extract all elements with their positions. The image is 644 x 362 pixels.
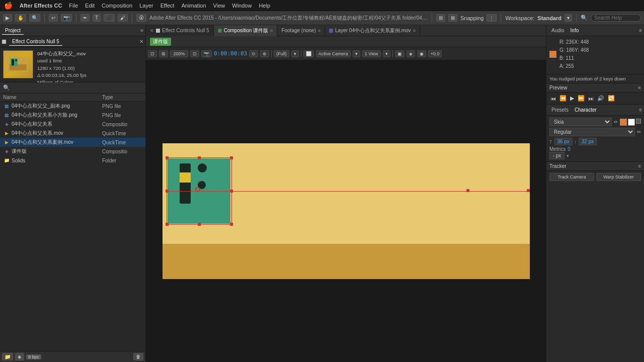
anchor-right-handle[interactable]: [527, 189, 530, 192]
main-layout: Project ≡ Effect Controls Null 5 ✕: [0, 25, 644, 362]
menu-view[interactable]: View: [213, 3, 225, 9]
tab-close-footage[interactable]: ≡: [318, 28, 320, 33]
menu-animation[interactable]: Animation: [182, 3, 206, 9]
new-comp-btn[interactable]: ◈: [15, 353, 24, 360]
file-name: 04中心点和父关系.mov: [12, 130, 102, 137]
menu-edit[interactable]: Edit: [85, 3, 95, 9]
viewer-nudge-btn[interactable]: +0.0: [428, 50, 442, 57]
viewer-cam-btn[interactable]: Active Camera: [316, 50, 351, 57]
menu-file[interactable]: File: [69, 3, 78, 9]
menu-composition[interactable]: Composition: [102, 3, 132, 9]
char-panel-menu[interactable]: ≡: [639, 107, 642, 113]
tab-audio[interactable]: Audio: [548, 27, 568, 34]
preview-last-btn[interactable]: ⏭: [587, 95, 595, 102]
char-kern-dropdown[interactable]: ▾: [567, 153, 569, 158]
breadcrumb-comp[interactable]: 课件版: [150, 38, 171, 46]
tab-info[interactable]: Info: [568, 27, 582, 34]
search-help-input[interactable]: [591, 14, 641, 22]
viewer-resolution-btn[interactable]: (Full): [274, 50, 289, 57]
viewer-views-dropdown[interactable]: ▾: [383, 50, 390, 57]
preview-loop-btn[interactable]: 🔁: [607, 95, 616, 102]
viewer-gl-btn[interactable]: ◈: [407, 50, 415, 57]
effect-controls-close[interactable]: ✕: [139, 39, 143, 44]
tool-pen[interactable]: ✒: [80, 14, 90, 22]
file-item[interactable]: ▩ 04中心点和父父_副本.png PNG file: [0, 102, 145, 111]
viewer-rendopt-btn[interactable]: ⊛: [260, 50, 269, 57]
right-panel-menu[interactable]: ≡: [639, 28, 642, 33]
tab-project[interactable]: Project: [2, 27, 24, 35]
track-camera-btn[interactable]: Track Camera: [549, 173, 594, 181]
char-font-select[interactable]: Skia: [549, 118, 612, 126]
tool-puppet[interactable]: ⦿: [136, 14, 146, 22]
char-swatch-fill[interactable]: [620, 119, 627, 126]
viewer-views-btn[interactable]: 1 View: [362, 50, 381, 57]
comp-tab-footage[interactable]: Footage (none) ≡: [277, 25, 325, 36]
file-item-selected[interactable]: ▶ 04中心点和父关系案例.mov QuickTime: [0, 138, 145, 147]
tool-hand[interactable]: ✋: [15, 14, 26, 22]
viewer-safe-btn[interactable]: ⊞: [159, 50, 168, 57]
tool-text[interactable]: T: [93, 14, 101, 22]
tab-presets[interactable]: Presets: [548, 106, 572, 114]
comp-tab-layer[interactable]: Layer 04中心点和父关系案例.mov ≡: [325, 25, 420, 36]
comp-tab-controls[interactable]: ✕ Effect Controls Null 5: [146, 25, 214, 36]
tab-close-comp[interactable]: ≡: [270, 28, 273, 33]
preview-first-btn[interactable]: ⏮: [549, 95, 557, 102]
viewer-render-btn[interactable]: ▣: [395, 50, 405, 57]
align-center-btn[interactable]: ⊠: [448, 14, 457, 22]
viewer-exposure-btn[interactable]: ◉: [417, 50, 426, 57]
anchor-point[interactable]: [195, 187, 200, 192]
file-item[interactable]: ◈ 04中心点和父关系 Compositio: [0, 120, 145, 129]
viewer-goto-btn[interactable]: ⊙: [249, 50, 258, 57]
align-left-btn[interactable]: ⊞: [436, 14, 445, 22]
preview-play-btn[interactable]: ▶: [569, 95, 575, 102]
new-folder-btn[interactable]: 📁: [2, 353, 13, 360]
char-swatch-stroke[interactable]: [628, 119, 635, 126]
char-style-edit-btn[interactable]: ✏: [637, 129, 641, 135]
file-item[interactable]: ▶ 04中心点和父关系.mov QuickTime: [0, 129, 145, 138]
snapping-btn[interactable]: ⋮: [487, 14, 497, 22]
char-leading-input[interactable]: 32 px: [579, 138, 597, 145]
viewer-mask-btn[interactable]: ⬜: [303, 50, 314, 57]
tool-rotate[interactable]: ↩: [49, 14, 58, 22]
viewer-res-dropdown[interactable]: ▾: [291, 50, 299, 57]
comp-tab-composition[interactable]: Composition 课件版 ≡: [214, 25, 278, 36]
viewer-fit-btn[interactable]: ⊡: [190, 50, 199, 57]
preview-forward-btn[interactable]: ⏩: [577, 95, 586, 102]
file-item[interactable]: 📁 Solids Folder: [0, 156, 145, 165]
menu-layer[interactable]: Layer: [139, 3, 153, 9]
file-item[interactable]: ◈ 课件版 Compositio: [0, 147, 145, 156]
char-size-input[interactable]: 36 px: [554, 138, 573, 145]
char-kern-input[interactable]: - px: [549, 152, 565, 159]
trash-btn[interactable]: 🗑: [133, 353, 143, 360]
warp-stabilizer-btn[interactable]: Warp Stabilizer: [596, 173, 641, 181]
viewer-cam-dropdown[interactable]: ▾: [353, 50, 360, 57]
menu-window[interactable]: Window: [232, 3, 252, 9]
tool-camera[interactable]: 📷: [61, 14, 72, 22]
char-style-select[interactable]: Regular: [549, 128, 635, 136]
tab-character[interactable]: Character: [572, 106, 600, 114]
file-item[interactable]: ▩ 04中心点和父关系小方脸.png PNG file: [0, 111, 145, 120]
tracker-menu[interactable]: ≡: [638, 163, 641, 169]
workspace-dropdown[interactable]: ▾: [565, 14, 572, 22]
search-icon[interactable]: 🔍: [3, 84, 10, 91]
canvas-area: [146, 60, 546, 362]
tool-zoom[interactable]: 🔍: [29, 14, 40, 22]
anchor-mid-handle[interactable]: [466, 189, 469, 192]
tool-select[interactable]: ▶: [3, 14, 12, 22]
tool-shape[interactable]: ⬛: [104, 14, 115, 22]
preview-menu[interactable]: ≡: [638, 85, 641, 90]
menu-help[interactable]: Help: [259, 3, 270, 9]
char-swatch-extra[interactable]: [636, 119, 641, 124]
tab-close-layer[interactable]: ≡: [413, 28, 416, 33]
viewer-snapshot-btn[interactable]: 📷: [201, 50, 212, 57]
panel-close-btn[interactable]: ≡: [140, 28, 143, 33]
preview-audio-btn[interactable]: 🔊: [596, 95, 605, 102]
menu-effect[interactable]: Effect: [160, 3, 175, 9]
viewer-region-btn[interactable]: ⊡: [148, 50, 157, 57]
tool-brush[interactable]: 🖌: [118, 14, 128, 22]
viewer-zoom-btn[interactable]: 200%: [170, 50, 188, 57]
preview-back-btn[interactable]: ⏪: [558, 95, 568, 102]
char-edit-btn[interactable]: ✏: [614, 119, 618, 125]
tab-close-effect[interactable]: ✕: [150, 28, 154, 33]
tab-effect-controls[interactable]: Effect Controls Null 5: [9, 38, 62, 46]
